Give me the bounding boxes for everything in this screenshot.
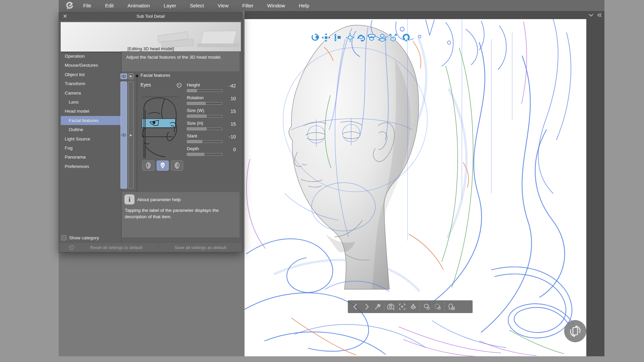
ground-snap-icon[interactable] xyxy=(408,302,419,311)
param-slider[interactable] xyxy=(187,115,222,117)
visibility-toggle[interactable] xyxy=(120,73,127,79)
param-label[interactable]: Rotation xyxy=(187,95,204,100)
add-head-icon[interactable] xyxy=(445,302,457,311)
prev-icon[interactable] xyxy=(350,302,361,311)
camera-pan-icon[interactable] xyxy=(321,33,331,42)
snap-magnet-icon[interactable] xyxy=(402,33,411,42)
param-slider[interactable] xyxy=(187,140,222,143)
object-move-icon[interactable] xyxy=(345,33,355,42)
sidebar-item-camera[interactable]: Camera xyxy=(61,88,121,98)
group-bullet xyxy=(136,75,138,77)
param-slider[interactable] xyxy=(187,89,222,92)
param-row: Size (H) 15 xyxy=(186,121,241,133)
next-icon[interactable] xyxy=(361,302,372,311)
param-value[interactable]: -42 xyxy=(229,83,236,88)
param-value[interactable]: 15 xyxy=(230,121,236,127)
tool-preview-image: [Editing 3D head model] xyxy=(61,22,241,52)
menu-edit[interactable]: Edit xyxy=(100,3,118,8)
sidebar-item-mouse-gestures[interactable]: Mouse/Gestures xyxy=(61,61,121,70)
param-slider[interactable] xyxy=(187,128,222,130)
show-category-row: Show category xyxy=(61,235,99,240)
param-label[interactable]: Slant xyxy=(187,133,197,138)
info-body: Tapping the label of the parameter displ… xyxy=(125,207,235,220)
focus-icon[interactable] xyxy=(396,302,408,311)
sidebar-item-fog[interactable]: Fog xyxy=(61,143,121,153)
object-plane-move-icon[interactable] xyxy=(378,33,387,42)
param-row: Height -42 xyxy=(186,82,241,95)
param-value[interactable]: 15 xyxy=(230,109,236,114)
canvas[interactable] xyxy=(245,19,586,356)
rotate-snap-icon[interactable] xyxy=(432,302,443,311)
group-indent-line xyxy=(137,76,137,200)
menu-filter[interactable]: Filter xyxy=(237,3,258,8)
param-value[interactable]: -10 xyxy=(229,134,236,139)
face-view-buttons xyxy=(142,161,183,171)
collapse-command-bar-icon[interactable] xyxy=(588,12,594,18)
collapsed-palette-strip[interactable] xyxy=(586,19,604,356)
menu-bar: File Edit Animation Layer Select View Fi… xyxy=(59,0,604,11)
menu-file[interactable]: File xyxy=(78,3,96,8)
menu-help[interactable]: Help xyxy=(294,3,314,8)
dialog-footer: Reset all settings to default Save all s… xyxy=(59,242,242,252)
param-row: Size (W) 15 xyxy=(186,108,241,121)
camera-rotate-icon[interactable] xyxy=(311,33,320,42)
sidebar-item-operation[interactable]: Operation xyxy=(61,52,121,61)
menu-select[interactable]: Select xyxy=(185,3,209,8)
app-logo[interactable] xyxy=(65,1,74,10)
eyes-visibility-bar[interactable] xyxy=(120,81,127,189)
param-value[interactable]: 0 xyxy=(233,147,236,152)
3d-bottom-toolbar xyxy=(348,300,473,313)
object-rotate-icon[interactable] xyxy=(356,33,366,42)
parameter-help-panel: i About parameter help Tapping the label… xyxy=(122,192,239,237)
rotate-device-button[interactable] xyxy=(564,320,586,342)
eyes-expand-bar[interactable]: ▶ xyxy=(128,81,134,189)
object-spin-icon[interactable] xyxy=(367,33,376,42)
sidebar-item-transform[interactable]: Transform xyxy=(61,79,121,88)
sidebar-item-head-model[interactable]: Head model xyxy=(61,107,121,116)
param-label[interactable]: Height xyxy=(187,82,200,87)
sidebar-item-preferences[interactable]: Preferences xyxy=(61,162,121,171)
close-icon[interactable]: ✕ xyxy=(62,13,68,19)
toolbar-divider xyxy=(444,302,444,311)
param-row: Depth 0 xyxy=(186,146,241,159)
camera-angle-icon[interactable] xyxy=(385,302,396,311)
menu-layer[interactable]: Layer xyxy=(159,3,181,8)
sidebar-item-lens[interactable]: Lens xyxy=(61,98,121,107)
wrench-icon[interactable] xyxy=(372,302,383,311)
sidebar-item-panorama[interactable]: Panorama xyxy=(61,153,121,162)
reset-parameter-icon[interactable] xyxy=(176,82,182,88)
reset-all-settings-button[interactable]: Reset all settings to default xyxy=(74,245,158,250)
param-value[interactable]: 10 xyxy=(230,96,236,101)
menu-animation[interactable]: Animation xyxy=(123,3,155,8)
canvas-window xyxy=(245,11,604,356)
collapse-panel-icon[interactable] xyxy=(596,12,603,18)
reset-pose-icon[interactable] xyxy=(421,302,432,311)
face-view-left-button[interactable] xyxy=(142,161,154,171)
param-label[interactable]: Depth xyxy=(187,146,199,151)
menu-window[interactable]: Window xyxy=(263,3,290,8)
sub-tool-detail-dialog: Sub Tool Detail ✕ [Editing 3D head model… xyxy=(59,12,243,252)
eyes-row-label[interactable]: Eyes xyxy=(141,82,151,87)
param-slider[interactable] xyxy=(187,102,222,105)
show-category-checkbox[interactable] xyxy=(61,235,66,240)
sidebar-item-light-source[interactable]: Light Source xyxy=(61,134,121,143)
param-label[interactable]: Size (W) xyxy=(187,108,204,113)
info-title: About parameter help xyxy=(137,197,181,202)
object-scale-icon[interactable] xyxy=(388,33,398,42)
app-window: File Edit Animation Layer Select View Fi… xyxy=(59,0,604,356)
sidebar-item-facial-features[interactable]: Facial features xyxy=(61,116,121,125)
save-all-settings-button[interactable]: Save all settings as default xyxy=(159,245,243,250)
face-view-front-button[interactable] xyxy=(157,161,169,171)
info-icon: i xyxy=(124,194,135,204)
sidebar-item-outline[interactable]: Outline xyxy=(61,125,121,134)
eye-icon xyxy=(121,133,126,137)
group-header: Facial features xyxy=(141,73,170,78)
expand-toggle[interactable]: ▶ xyxy=(128,73,134,79)
face-view-right-button[interactable] xyxy=(171,161,183,171)
param-label[interactable]: Size (H) xyxy=(187,121,203,126)
camera-zoom-icon[interactable] xyxy=(332,33,341,42)
menu-view[interactable]: View xyxy=(213,3,233,8)
canvas-header xyxy=(245,11,604,19)
sidebar-item-object-list[interactable]: Object list xyxy=(61,70,121,79)
param-slider[interactable] xyxy=(187,153,222,156)
